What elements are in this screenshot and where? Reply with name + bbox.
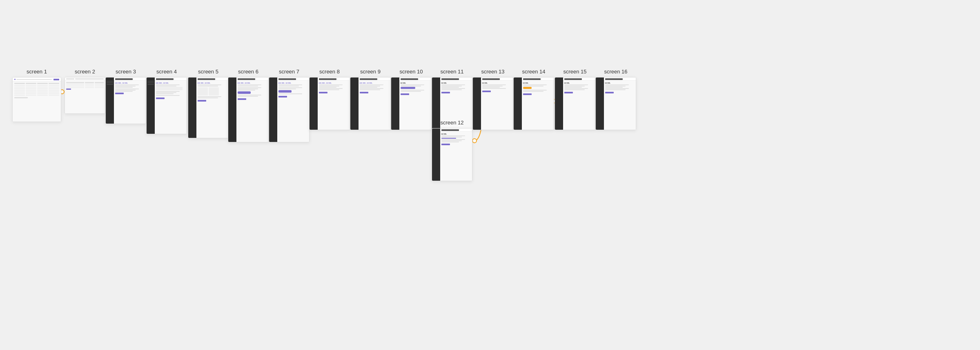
- screen-1-container: screen 1: [12, 69, 61, 122]
- screen-10-label: screen 10: [399, 69, 423, 75]
- screen-12-container: screen 12 50 999-: [432, 120, 472, 181]
- screen-9-frame[interactable]: 225 999 - 50 999-: [350, 77, 391, 130]
- screen-2-container: screen 2: [65, 69, 105, 114]
- screen-6-container: screen 6 225 999 - 50 999-: [228, 69, 269, 142]
- screen-7-frame[interactable]: 225 999 - 50 999-: [269, 77, 310, 142]
- screen-16-frame[interactable]: 50 999-: [595, 77, 636, 130]
- screen-9-container: screen 9 225 999 - 50 999-: [350, 69, 391, 130]
- screen-6-frame[interactable]: 225 999 - 50 999-: [228, 77, 269, 142]
- screen-7-label: screen 7: [279, 69, 299, 75]
- canvas: screen 1: [0, 0, 980, 350]
- screen-4-container: screen 4 225 999 - 50 999-: [146, 69, 187, 134]
- screen-8-frame[interactable]: 225 999 - 50 999-: [309, 77, 350, 130]
- screen-4-frame[interactable]: 225 999 - 50 999-: [146, 77, 187, 134]
- screen-14-frame[interactable]: 50 999-: [513, 77, 554, 130]
- screen-10-frame[interactable]: 50 999-: [391, 77, 432, 130]
- screen-16-container: screen 16 50 999-: [595, 69, 636, 130]
- screen-5-label: screen 5: [198, 69, 218, 75]
- screen-9-label: screen 9: [360, 69, 381, 75]
- screen-5-container: screen 5 225 999 - 50 999-: [188, 69, 229, 138]
- screen-16-label: screen 16: [604, 69, 627, 75]
- svg-point-18: [472, 139, 477, 143]
- screen-11-label: screen 11: [440, 69, 463, 75]
- screen-15-label: screen 15: [563, 69, 586, 75]
- screen-14-container: screen 14 50 999-: [513, 69, 554, 130]
- screen-13-container: screen 13 50 999-: [472, 69, 513, 130]
- screen-10-container: screen 10 50 999-: [391, 69, 432, 130]
- screen-5-frame[interactable]: 225 999 - 50 999-: [188, 77, 229, 138]
- screen-15-frame[interactable]: 50 999-: [555, 77, 595, 130]
- screen-1-frame[interactable]: [12, 77, 61, 122]
- screen-14-label: screen 14: [522, 69, 545, 75]
- screen-3-label: screen 3: [116, 69, 136, 75]
- screen-7-container: screen 7 225 999 - 50 999-: [269, 69, 310, 142]
- screen-12-frame[interactable]: 50 999-: [432, 128, 472, 181]
- screen-3-container: screen 3 125 999 - 50 999-: [105, 69, 146, 124]
- screen-8-label: screen 8: [319, 69, 340, 75]
- screen-13-frame[interactable]: 50 999-: [472, 77, 513, 130]
- flow-arrows: [0, 0, 980, 350]
- screen-13-label: screen 13: [481, 69, 504, 75]
- screen-4-label: screen 4: [156, 69, 177, 75]
- screen-1-label: screen 1: [27, 69, 47, 75]
- screen-3-frame[interactable]: 125 999 - 50 999-: [105, 77, 146, 124]
- screen-2-label: screen 2: [75, 69, 95, 75]
- screen-2-frame[interactable]: [65, 77, 105, 114]
- screen-15-container: screen 15 50 999-: [555, 69, 595, 130]
- screen-8-container: screen 8 225 999 - 50 999-: [309, 69, 350, 130]
- screen-6-label: screen 6: [238, 69, 258, 75]
- screen-12-label: screen 12: [440, 120, 463, 126]
